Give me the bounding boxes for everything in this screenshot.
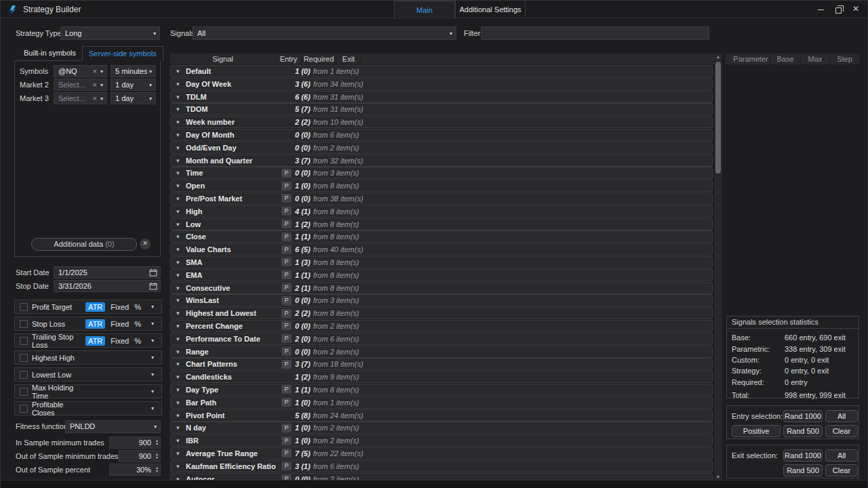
signal-row[interactable]: ▾ Chart Patterns P 3 (7) from 18 item(s) <box>170 358 713 370</box>
start-date-input[interactable]: 1/1/2025 <box>54 266 161 279</box>
signal-row[interactable]: ▾ Range P 0 (0) from 2 item(s) <box>170 346 713 358</box>
signal-row[interactable]: ▾ Default P 1 (0) from 1 item(s) <box>170 65 713 77</box>
mode-fixed-button[interactable]: Fixed <box>111 337 129 345</box>
signal-row[interactable]: ▾ Consecutive P 2 (1) from 8 item(s) <box>170 282 713 294</box>
chevron-down-icon[interactable]: ▾ <box>151 354 154 361</box>
tab-main[interactable]: Main <box>394 1 455 19</box>
chevron-down-icon[interactable]: ▾ <box>176 361 186 367</box>
signal-row[interactable]: ▾ Percent Change P 0 (0) from 2 item(s) <box>170 320 713 332</box>
exit-option-row[interactable]: Profit Target ATR Fixed % ▾ <box>14 300 162 314</box>
signal-row[interactable]: ▾ EMA P 1 (1) from 8 item(s) <box>170 269 713 281</box>
minimize-button[interactable] <box>813 3 828 16</box>
calendar-icon[interactable] <box>149 268 157 277</box>
chevron-down-icon[interactable]: ▾ <box>176 144 186 151</box>
close-button[interactable]: ✕ <box>848 3 863 16</box>
mode-fixed-button[interactable]: Fixed <box>111 320 129 328</box>
chevron-down-icon[interactable]: ▾ <box>176 272 186 279</box>
entry-clear-button[interactable]: Clear <box>825 425 858 437</box>
signal-row[interactable]: ▾ Open P 1 (0) from 8 item(s) <box>170 180 713 192</box>
signal-row[interactable]: ▾ Average True Range P 7 (5) from 22 ite… <box>170 447 713 460</box>
entry-rand-500-button[interactable]: Rand 500 <box>783 425 823 437</box>
exit-option-row[interactable]: Highest High ATR Fixed % ▾ <box>14 350 162 365</box>
column-step[interactable]: Step <box>830 54 859 64</box>
calendar-icon[interactable] <box>149 282 157 290</box>
chevron-down-icon[interactable]: ▾ <box>151 371 154 378</box>
chevron-down-icon[interactable]: ▾ <box>176 348 186 355</box>
exit-option-row[interactable]: Trailing Stop Loss ATR Fixed % ▾ <box>14 333 162 348</box>
signal-row[interactable]: ▾ Day Of Week P 3 (6) from 34 item(s) <box>170 78 713 90</box>
column-required[interactable]: Required <box>302 54 336 64</box>
column-entry[interactable]: Entry <box>276 54 301 64</box>
column-parameter[interactable]: Parameter <box>725 54 770 64</box>
checkbox[interactable] <box>20 320 28 328</box>
filter-input[interactable] <box>481 26 709 40</box>
signal-row[interactable]: ▾ Week number P 2 (2) from 10 item(s) <box>170 116 713 128</box>
fitness-select[interactable]: PNLDD ▾ <box>65 420 161 433</box>
signal-row[interactable]: ▾ Odd/Even Day P 0 (0) from 2 item(s) <box>170 142 713 154</box>
sample-setting-stepper[interactable]: 30% ▴▾ <box>109 464 161 476</box>
chevron-down-icon[interactable]: ▾ <box>176 336 186 342</box>
chevron-down-icon[interactable]: ▾ <box>176 285 186 291</box>
chevron-down-icon[interactable]: ▾ <box>176 310 186 317</box>
signal-row[interactable]: ▾ IBR P 1 (0) from 2 item(s) <box>170 434 713 447</box>
signal-row[interactable]: ▾ Value Charts P 6 (5) from 40 item(s) <box>170 243 713 256</box>
clear-additional-data-button[interactable]: ✕ <box>140 239 151 249</box>
signal-row[interactable]: ▾ WinsLast P 0 (0) from 3 item(s) <box>170 294 713 306</box>
chevron-down-icon[interactable]: ▾ <box>176 386 186 393</box>
chevron-down-icon[interactable]: ▾ <box>151 304 154 310</box>
signal-row[interactable]: ▾ Highest and Lowest P 2 (2) from 8 item… <box>170 307 713 319</box>
strategy-type-select[interactable]: Long ▾ <box>60 26 160 40</box>
exit-option-row[interactable]: Lowest Low ATR Fixed % ▾ <box>14 367 162 382</box>
chevron-down-icon[interactable]: ▾ <box>176 233 186 240</box>
chevron-down-icon[interactable]: ▾ <box>176 106 186 113</box>
chevron-down-icon[interactable]: ▾ <box>176 437 186 444</box>
sample-setting-stepper[interactable]: 900 ▴▾ <box>109 436 161 449</box>
entry-positive-button[interactable]: Positive <box>732 425 781 437</box>
chevron-down-icon[interactable]: ▾ <box>176 323 186 329</box>
exit-clear-button[interactable]: Clear <box>825 464 858 476</box>
mode-percent-button[interactable]: % <box>134 303 141 311</box>
checkbox[interactable] <box>20 337 28 345</box>
signal-row[interactable]: ▾ Time P 0 (0) from 3 item(s) <box>170 167 713 179</box>
signal-row[interactable]: ▾ Performance To Date P 2 (0) from 6 ite… <box>170 333 713 345</box>
clear-icon[interactable]: × <box>93 94 97 102</box>
entry-all-button[interactable]: All <box>825 410 858 422</box>
exit-option-row[interactable]: Stop Loss ATR Fixed % ▾ <box>14 317 162 331</box>
checkbox[interactable] <box>20 371 28 379</box>
signals-select[interactable]: All ▾ <box>193 26 456 40</box>
column-signal[interactable]: Signal <box>170 54 275 64</box>
signal-row[interactable]: ▾ Pivot Point P 5 (8) from 24 item(s) <box>170 409 713 422</box>
chevron-down-icon[interactable]: ▾ <box>176 463 186 470</box>
clear-icon[interactable]: × <box>93 81 97 89</box>
chevron-down-icon[interactable]: ▾ <box>176 169 186 176</box>
signal-row[interactable]: ▾ Low P 1 (2) from 8 item(s) <box>170 218 713 230</box>
chevron-down-icon[interactable]: ▾ <box>176 450 186 457</box>
scrollbar-thumb[interactable] <box>715 62 721 174</box>
stop-date-input[interactable]: 3/31/2026 <box>54 280 161 292</box>
mode-atr-button[interactable]: ATR <box>85 336 105 346</box>
checkbox[interactable] <box>20 303 28 311</box>
chevron-down-icon[interactable]: ▾ <box>176 373 186 380</box>
scroll-up-icon[interactable]: ▲ <box>714 54 722 59</box>
clear-icon[interactable]: × <box>93 67 97 75</box>
chevron-down-icon[interactable]: ▾ <box>176 221 186 228</box>
chevron-down-icon[interactable]: ▾ <box>176 94 186 100</box>
column-max[interactable]: Max <box>801 54 829 64</box>
chevron-down-icon[interactable]: ▾ <box>151 321 154 327</box>
exit-option-row[interactable]: Profitable Closes ATR Fixed % ▾ <box>14 401 162 415</box>
tab-serverside-symbols[interactable]: Server-side symbols <box>82 46 163 61</box>
chevron-down-icon[interactable]: ▾ <box>151 388 154 394</box>
chevron-down-icon[interactable]: ▾ <box>176 119 186 125</box>
exit-option-row[interactable]: Max Holding Time ATR Fixed % ▾ <box>14 384 162 399</box>
table-scrollbar[interactable]: ▲ ▼ <box>714 54 722 480</box>
signal-row[interactable]: ▾ Bar Path P 1 (0) from 1 item(s) <box>170 396 713 409</box>
signal-row[interactable]: ▾ Day Type P 1 (1) from 8 item(s) <box>170 384 713 396</box>
chevron-down-icon[interactable]: ▾ <box>176 195 186 202</box>
signal-row[interactable]: ▾ Autocor P 0 (0) from 2 item(s) <box>170 473 713 481</box>
chevron-down-icon[interactable]: ▾ <box>176 297 186 304</box>
signal-row[interactable]: ▾ TDLM P 6 (6) from 31 item(s) <box>170 91 713 103</box>
exit-all-button[interactable]: All <box>825 449 858 462</box>
tab-builtin-symbols[interactable]: Built-in symbols <box>18 46 82 61</box>
column-exit[interactable]: Exit <box>336 54 361 64</box>
timeframe-select[interactable]: 1 day ▾ <box>111 79 156 91</box>
